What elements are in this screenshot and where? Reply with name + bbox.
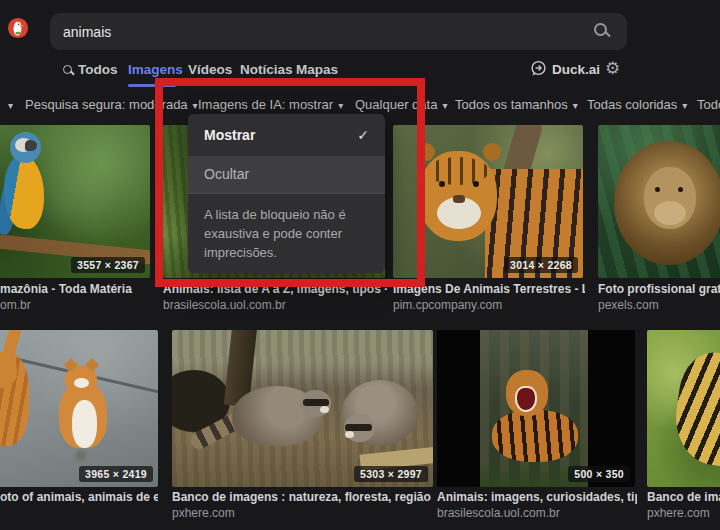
raccoons-photo bbox=[172, 330, 433, 487]
image-result-striped-animal[interactable] bbox=[647, 330, 720, 487]
result-caption: Banco de imag... pxhere.com bbox=[647, 490, 720, 520]
search-submit-button[interactable] bbox=[593, 22, 613, 42]
filter-color[interactable]: Todas coloridas▾ bbox=[587, 92, 687, 118]
image-result-tiger[interactable]: 3014 × 2268 bbox=[393, 125, 583, 278]
tiger-photo bbox=[393, 125, 583, 278]
result-title[interactable]: Banco de imag... bbox=[647, 490, 720, 504]
result-title[interactable]: Animais: imagens, curiosidades, tipo... bbox=[437, 490, 637, 504]
duckai-button[interactable]: Duck.ai bbox=[530, 60, 600, 80]
result-domain[interactable]: pexels.com bbox=[598, 298, 720, 312]
result-domain[interactable]: pim.cpcompany.com bbox=[393, 298, 585, 312]
filter-edge-fragment[interactable]: ▾ bbox=[3, 92, 13, 118]
tab-mapas-label: Mapas bbox=[296, 62, 338, 77]
filter-type-cut[interactable]: Todo bbox=[697, 92, 720, 118]
chevron-down-icon: ▾ bbox=[8, 100, 13, 111]
result-caption: Banco de imagens : natureza, floresta, r… bbox=[172, 490, 434, 520]
result-title[interactable]: mazônia - Toda Matéria bbox=[0, 282, 150, 296]
result-domain[interactable]: pxhere.com bbox=[172, 506, 434, 520]
result-title[interactable]: Animais: lista de A a Z, imagens, tipos … bbox=[163, 282, 387, 296]
image-result-raccoons[interactable]: 5303 × 2997 bbox=[172, 330, 433, 487]
result-caption: Animais: lista de A a Z, imagens, tipos … bbox=[163, 282, 387, 312]
image-dimensions-badge: 3965 × 2419 bbox=[79, 466, 153, 482]
result-title[interactable]: Foto profissional gratuit... bbox=[598, 282, 720, 296]
filter-date-label: Qualquer data bbox=[355, 97, 437, 112]
parrot-photo bbox=[0, 125, 150, 278]
filter-ai-images-label: Imagens de IA: mostrar bbox=[198, 97, 333, 112]
image-result-tiger-yawning[interactable]: 500 × 350 bbox=[437, 330, 635, 487]
result-title[interactable]: Banco de imagens : natureza, floresta, r… bbox=[172, 490, 434, 504]
image-result-lion[interactable] bbox=[598, 125, 720, 278]
dropdown-option-ocultar-label: Ocultar bbox=[204, 166, 249, 182]
dropdown-option-mostrar[interactable]: Mostrar ✓ bbox=[188, 114, 385, 156]
image-dimensions-badge: 3014 × 2268 bbox=[504, 257, 578, 273]
dropdown-note: A lista de bloqueio não é exaustiva e po… bbox=[188, 194, 385, 273]
image-result-parrot[interactable]: 3557 × 2367 bbox=[0, 125, 150, 278]
chevron-down-icon: ▾ bbox=[338, 100, 343, 111]
result-caption: Foto profissional gratuit... pexels.com bbox=[598, 282, 720, 312]
duckduckgo-logo[interactable] bbox=[7, 17, 29, 39]
active-tab-underline bbox=[128, 84, 176, 87]
search-tab-icon bbox=[63, 65, 72, 74]
chevron-down-icon: ▾ bbox=[193, 100, 198, 111]
image-dimensions-badge: 3557 × 2367 bbox=[71, 257, 145, 273]
image-dimensions-badge: 5303 × 2997 bbox=[354, 466, 428, 482]
filter-size[interactable]: Todos os tamanhos▾ bbox=[455, 92, 578, 118]
image-result-cats[interactable]: 3965 × 2419 bbox=[0, 330, 158, 487]
filter-size-label: Todos os tamanhos bbox=[455, 97, 568, 112]
duckai-icon bbox=[530, 60, 547, 77]
duckai-label: Duck.ai bbox=[552, 62, 600, 77]
result-caption: mazônia - Toda Matéria om.br bbox=[0, 282, 150, 312]
filter-safesearch[interactable]: Pesquisa segura: moderada▾ bbox=[25, 92, 198, 118]
result-caption: Imagens De Animais Terrestres - LI... pi… bbox=[393, 282, 585, 312]
result-title[interactable]: oto of animais, animais de es... bbox=[0, 490, 158, 504]
tab-noticias-label: Notícias bbox=[240, 62, 293, 77]
tab-noticias[interactable]: Notícias bbox=[240, 60, 293, 80]
result-caption: oto of animais, animais de es... bbox=[0, 490, 158, 504]
tiger-yawning-photo bbox=[437, 330, 635, 487]
duckduckgo-image-search-page: Todos Imagens Vídeos Notícias Mapas Duck… bbox=[0, 0, 720, 530]
chevron-down-icon: ▾ bbox=[682, 100, 687, 111]
search-icon bbox=[594, 23, 607, 36]
dropdown-option-mostrar-label: Mostrar bbox=[204, 127, 255, 143]
tab-todos-label: Todos bbox=[78, 62, 118, 77]
search-input[interactable] bbox=[50, 13, 580, 50]
tab-imagens-label: Imagens bbox=[128, 62, 183, 77]
result-caption: Animais: imagens, curiosidades, tipo... … bbox=[437, 490, 637, 520]
chevron-down-icon: ▾ bbox=[573, 100, 578, 111]
result-title[interactable]: Imagens De Animais Terrestres - LI... bbox=[393, 282, 585, 296]
result-domain[interactable]: pxhere.com bbox=[647, 506, 720, 520]
ai-images-dropdown: Mostrar ✓ Ocultar A lista de bloqueio nã… bbox=[188, 114, 385, 273]
filter-safesearch-label: Pesquisa segura: moderada bbox=[25, 97, 188, 112]
cats-photo bbox=[0, 330, 158, 487]
search-box bbox=[50, 13, 627, 50]
result-domain[interactable]: brasilescola.uol.com.br bbox=[163, 298, 387, 312]
check-icon: ✓ bbox=[357, 114, 369, 156]
result-domain[interactable]: om.br bbox=[0, 298, 150, 312]
duck-icon bbox=[7, 17, 29, 39]
result-domain[interactable]: brasilescola.uol.com.br bbox=[437, 506, 637, 520]
dropdown-option-ocultar[interactable]: Ocultar bbox=[188, 156, 385, 193]
settings-gear-icon[interactable]: ⚙ bbox=[605, 58, 620, 80]
filter-type-label: Todo bbox=[697, 97, 720, 112]
chevron-down-icon: ▾ bbox=[442, 100, 447, 111]
tab-videos-label: Vídeos bbox=[188, 62, 232, 77]
image-dimensions-badge: 500 × 350 bbox=[568, 466, 630, 482]
striped-animal-photo bbox=[647, 330, 720, 487]
filter-color-label: Todas coloridas bbox=[587, 97, 677, 112]
tab-mapas[interactable]: Mapas bbox=[296, 60, 338, 80]
tab-todos[interactable]: Todos bbox=[63, 60, 118, 80]
lion-photo bbox=[598, 125, 720, 278]
tab-imagens[interactable]: Imagens bbox=[128, 60, 183, 80]
tab-videos[interactable]: Vídeos bbox=[188, 60, 232, 80]
